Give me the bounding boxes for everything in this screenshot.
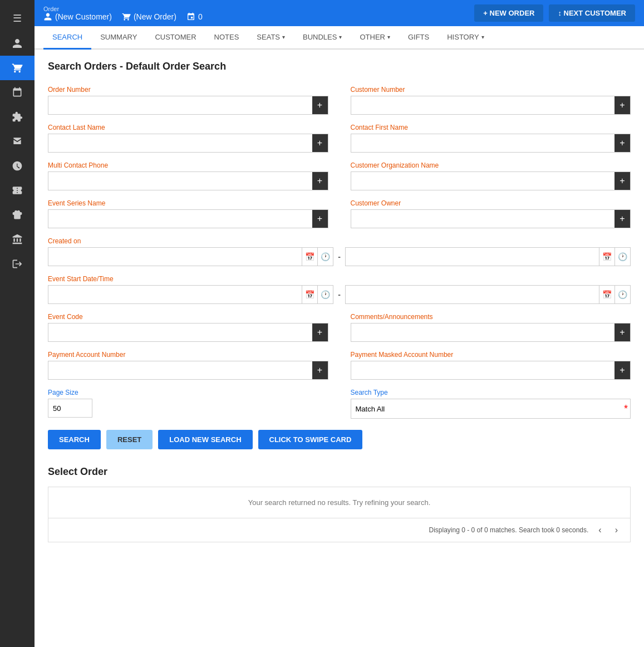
gift-box-icon[interactable] bbox=[0, 203, 35, 227]
contact-last-name-input[interactable] bbox=[48, 134, 312, 152]
cart-icon[interactable] bbox=[0, 56, 35, 80]
comments-input[interactable] bbox=[351, 324, 615, 341]
event-start-label: Event Start Date/Time bbox=[48, 275, 631, 283]
event-start-group: Event Start Date/Time 📅 🕐 - 📅 🕐 bbox=[48, 275, 631, 304]
topbar-right: + NEW ORDER ↕ NEXT CUSTOMER bbox=[474, 4, 635, 22]
page-size-group: Page Size 50 bbox=[48, 389, 328, 419]
customer-org-plus-btn[interactable]: + bbox=[614, 172, 630, 190]
contact-first-name-input[interactable] bbox=[351, 134, 615, 152]
contact-last-name-wrapper: + bbox=[48, 134, 328, 153]
logout-icon[interactable] bbox=[0, 252, 35, 276]
contact-last-name-plus-btn[interactable]: + bbox=[312, 134, 328, 152]
created-on-group: Created on 📅 🕐 - 📅 🕐 bbox=[48, 237, 631, 266]
results-count: Displaying 0 - 0 of 0 matches. Search to… bbox=[429, 526, 589, 534]
order-number-plus-btn[interactable]: + bbox=[312, 96, 328, 114]
customer-org-group: Customer Organization Name + bbox=[351, 161, 631, 190]
contact-first-name-plus-btn[interactable]: + bbox=[614, 134, 630, 152]
content: Search Orders - Default Order Search Ord… bbox=[35, 50, 644, 647]
tab-customer[interactable]: CUSTOMER bbox=[146, 26, 205, 50]
order-number-group: Order Number + bbox=[48, 86, 328, 115]
customer-owner-plus-btn[interactable]: + bbox=[614, 210, 630, 228]
event-series-input[interactable] bbox=[48, 210, 312, 228]
multi-contact-phone-input[interactable] bbox=[48, 172, 312, 190]
next-customer-button[interactable]: ↕ NEXT CUSTOMER bbox=[549, 4, 635, 22]
tab-seats[interactable]: SEATS ▾ bbox=[248, 26, 294, 50]
created-on-start-clock-btn[interactable]: 🕐 bbox=[317, 248, 333, 266]
no-results-message: Your search returned no results. Try ref… bbox=[48, 487, 630, 518]
tab-history[interactable]: HISTORY ▾ bbox=[438, 26, 493, 50]
calendar-icon[interactable] bbox=[0, 80, 35, 105]
user-icon[interactable] bbox=[0, 31, 35, 56]
store-icon[interactable] bbox=[0, 129, 35, 154]
event-series-plus-btn[interactable]: + bbox=[312, 210, 328, 228]
order-info: (New Order) bbox=[122, 12, 176, 21]
bank-icon[interactable] bbox=[0, 227, 35, 252]
order-number-wrapper: + bbox=[48, 96, 328, 115]
customer-owner-input[interactable] bbox=[351, 210, 615, 228]
event-start-end-clock-btn[interactable]: 🕐 bbox=[614, 286, 630, 303]
order-value: (New Order) bbox=[134, 12, 176, 21]
event-code-input[interactable] bbox=[48, 324, 312, 341]
payment-masked-label: Payment Masked Account Number bbox=[351, 351, 631, 359]
event-start-start-input[interactable] bbox=[48, 286, 302, 303]
tab-summary[interactable]: SUMMARY bbox=[91, 26, 146, 50]
created-on-start-wrapper: 📅 🕐 bbox=[48, 247, 333, 266]
event-start-end-calendar-btn[interactable]: 📅 bbox=[599, 286, 614, 303]
customer-org-input[interactable] bbox=[351, 172, 615, 190]
event-start-end-input[interactable] bbox=[346, 286, 599, 303]
tab-gifts[interactable]: GIFTS bbox=[399, 26, 438, 50]
multi-contact-phone-label: Multi Contact Phone bbox=[48, 161, 328, 169]
select-order-title: Select Order bbox=[48, 466, 631, 478]
comments-plus-btn[interactable]: + bbox=[614, 324, 630, 341]
search-button[interactable]: SEARCH bbox=[48, 430, 101, 449]
created-on-end-input[interactable] bbox=[346, 248, 599, 266]
event-start-start-clock-btn[interactable]: 🕐 bbox=[317, 286, 333, 303]
event-start-dash: - bbox=[338, 290, 341, 299]
event-series-label: Event Series Name bbox=[48, 199, 328, 207]
tab-notes[interactable]: NOTES bbox=[205, 26, 248, 50]
menu-icon[interactable]: ☰ bbox=[0, 6, 35, 31]
customer-number-input[interactable] bbox=[351, 96, 615, 114]
payment-masked-plus-btn[interactable]: + bbox=[614, 361, 630, 379]
customer-owner-wrapper: + bbox=[351, 209, 631, 228]
clock-icon[interactable] bbox=[0, 154, 35, 178]
search-form: Order Number + Customer Number + Contact… bbox=[48, 86, 631, 380]
event-code-label: Event Code bbox=[48, 313, 328, 321]
pagination-prev-btn[interactable]: ‹ bbox=[595, 524, 604, 536]
created-on-end-clock-btn[interactable]: 🕐 bbox=[614, 248, 630, 266]
event-start-start-calendar-btn[interactable]: 📅 bbox=[302, 286, 317, 303]
payment-account-input[interactable] bbox=[48, 361, 312, 379]
event-code-plus-btn[interactable]: + bbox=[312, 324, 328, 341]
reset-button[interactable]: RESET bbox=[106, 430, 153, 449]
puzzle-icon[interactable] bbox=[0, 105, 35, 129]
cart-count-info: 0 bbox=[186, 12, 203, 21]
page-size-input[interactable]: 50 bbox=[48, 399, 92, 418]
tab-search[interactable]: SEARCH bbox=[43, 26, 91, 50]
comments-group: Comments/Announcements + bbox=[351, 313, 631, 342]
created-on-start-input[interactable] bbox=[48, 248, 302, 266]
created-on-end-calendar-btn[interactable]: 📅 bbox=[599, 248, 614, 266]
page-size-label: Page Size bbox=[48, 389, 328, 396]
search-type-select[interactable]: Match All Match Any bbox=[351, 399, 622, 418]
payment-account-plus-btn[interactable]: + bbox=[312, 361, 328, 379]
tab-bundles[interactable]: BUNDLES ▾ bbox=[294, 26, 351, 50]
new-order-button[interactable]: + NEW ORDER bbox=[474, 4, 543, 22]
payment-masked-wrapper: + bbox=[351, 361, 631, 380]
load-new-search-button[interactable]: LOAD NEW SEARCH bbox=[158, 430, 252, 449]
customer-number-plus-btn[interactable]: + bbox=[614, 96, 630, 114]
multi-contact-phone-plus-btn[interactable]: + bbox=[312, 172, 328, 190]
gift-ticket-icon[interactable] bbox=[0, 178, 35, 203]
customer-org-wrapper: + bbox=[351, 171, 631, 190]
click-to-swipe-button[interactable]: CLICK TO SWIPE CARD bbox=[258, 430, 363, 449]
multi-contact-phone-wrapper: + bbox=[48, 171, 328, 190]
sidebar: ☰ bbox=[0, 0, 35, 647]
contact-last-name-group: Contact Last Name + bbox=[48, 124, 328, 153]
pagination-next-btn[interactable]: › bbox=[612, 524, 621, 536]
customer-owner-label: Customer Owner bbox=[351, 199, 631, 207]
tab-other[interactable]: OTHER ▾ bbox=[351, 26, 399, 50]
payment-account-group: Payment Account Number + bbox=[48, 351, 328, 380]
order-number-input[interactable] bbox=[48, 96, 312, 114]
customer-info: (New Customer) bbox=[43, 12, 112, 21]
payment-masked-input[interactable] bbox=[351, 361, 615, 379]
created-on-start-calendar-btn[interactable]: 📅 bbox=[302, 248, 317, 266]
